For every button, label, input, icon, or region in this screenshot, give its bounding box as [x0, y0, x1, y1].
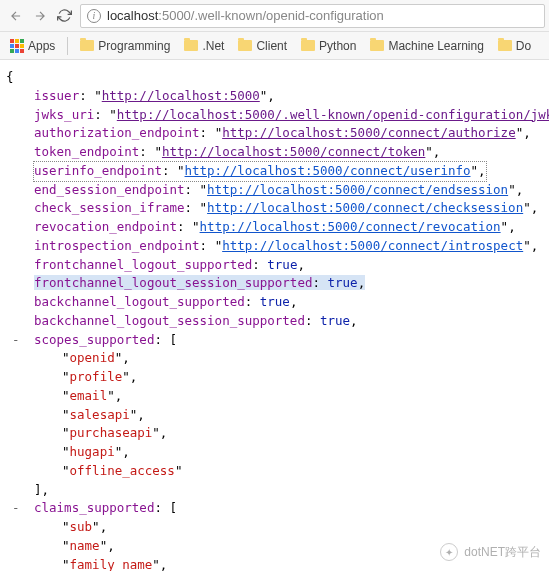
json-row: frontchannel_logout_supported: true, [6, 256, 543, 275]
json-array-item: "email", [6, 387, 543, 406]
bookmark-python[interactable]: Python [295, 36, 362, 56]
bookmark-client[interactable]: Client [232, 36, 293, 56]
back-button[interactable] [4, 4, 28, 28]
json-array-item: "salesapi", [6, 406, 543, 425]
apps-label: Apps [28, 39, 55, 53]
brace: { [6, 68, 543, 87]
folder-icon [184, 40, 198, 51]
json-array-item: "profile", [6, 368, 543, 387]
json-array-item: "offline_access" [6, 462, 543, 481]
link-revocation[interactable]: http://localhost:5000/connect/revocation [200, 219, 501, 234]
json-row: jwks_uri: "http://localhost:5000/.well-k… [6, 106, 543, 125]
json-row: token_endpoint: "http://localhost:5000/c… [6, 143, 543, 162]
bookmark-do[interactable]: Do [492, 36, 537, 56]
collapse-toggle[interactable]: - [12, 499, 20, 518]
forward-button[interactable] [28, 4, 52, 28]
json-row: revocation_endpoint: "http://localhost:5… [6, 218, 543, 237]
bookmark-dotnet[interactable]: .Net [178, 36, 230, 56]
json-viewer: { issuer: "http://localhost:5000", jwks_… [0, 60, 549, 571]
link-authorize[interactable]: http://localhost:5000/connect/authorize [222, 125, 516, 140]
json-array-item: "hugapi", [6, 443, 543, 462]
url-port: :5000 [158, 8, 191, 23]
json-array-open: -claims_supported: [ [6, 499, 543, 518]
link-userinfo[interactable]: http://localhost:5000/connect/userinfo [185, 163, 471, 178]
json-row: backchannel_logout_supported: true, [6, 293, 543, 312]
folder-icon [80, 40, 94, 51]
link-checksession[interactable]: http://localhost:5000/connect/checksessi… [207, 200, 523, 215]
folder-icon [370, 40, 384, 51]
json-row: backchannel_logout_session_supported: tr… [6, 312, 543, 331]
bookmarks-bar: Apps Programming .Net Client Python Mach… [0, 32, 549, 60]
url-path: /.well-known/openid-configuration [191, 8, 384, 23]
folder-icon [238, 40, 252, 51]
link-issuer[interactable]: http://localhost:5000 [102, 88, 260, 103]
json-row-highlighted: frontchannel_logout_session_supported: t… [6, 274, 543, 293]
json-row: issuer: "http://localhost:5000", [6, 87, 543, 106]
json-array-item: "sub", [6, 518, 543, 537]
json-row: introspection_endpoint: "http://localhos… [6, 237, 543, 256]
reload-button[interactable] [52, 4, 76, 28]
link-endsession[interactable]: http://localhost:5000/connect/endsession [207, 182, 508, 197]
bookmark-ml[interactable]: Machine Learning [364, 36, 489, 56]
folder-icon [301, 40, 315, 51]
json-row-highlighted: userinfo_endpoint: "http://localhost:500… [6, 162, 543, 181]
browser-toolbar: i localhost:5000/.well-known/openid-conf… [0, 0, 549, 32]
link-jwks[interactable]: http://localhost:5000/.well-known/openid… [117, 107, 549, 122]
url-host: localhost [107, 8, 158, 23]
watermark-text: dotNET跨平台 [464, 544, 541, 561]
watermark-icon: ✦ [440, 543, 458, 561]
json-array-open: -scopes_supported: [ [6, 331, 543, 350]
watermark: ✦ dotNET跨平台 [440, 543, 541, 561]
address-bar[interactable]: i localhost:5000/.well-known/openid-conf… [80, 4, 545, 28]
folder-icon [498, 40, 512, 51]
site-info-icon[interactable]: i [87, 9, 101, 23]
collapse-toggle[interactable]: - [12, 331, 20, 350]
json-array-close: ], [6, 481, 543, 500]
json-row: end_session_endpoint: "http://localhost:… [6, 181, 543, 200]
separator [67, 37, 68, 55]
apps-button[interactable]: Apps [4, 36, 61, 56]
link-token[interactable]: http://localhost:5000/connect/token [162, 144, 425, 159]
json-row: check_session_iframe: "http://localhost:… [6, 199, 543, 218]
apps-icon [10, 39, 24, 53]
json-array-item: "purchaseapi", [6, 424, 543, 443]
json-array-item: "openid", [6, 349, 543, 368]
link-introspect[interactable]: http://localhost:5000/connect/introspect [222, 238, 523, 253]
bookmark-programming[interactable]: Programming [74, 36, 176, 56]
json-row: authorization_endpoint: "http://localhos… [6, 124, 543, 143]
